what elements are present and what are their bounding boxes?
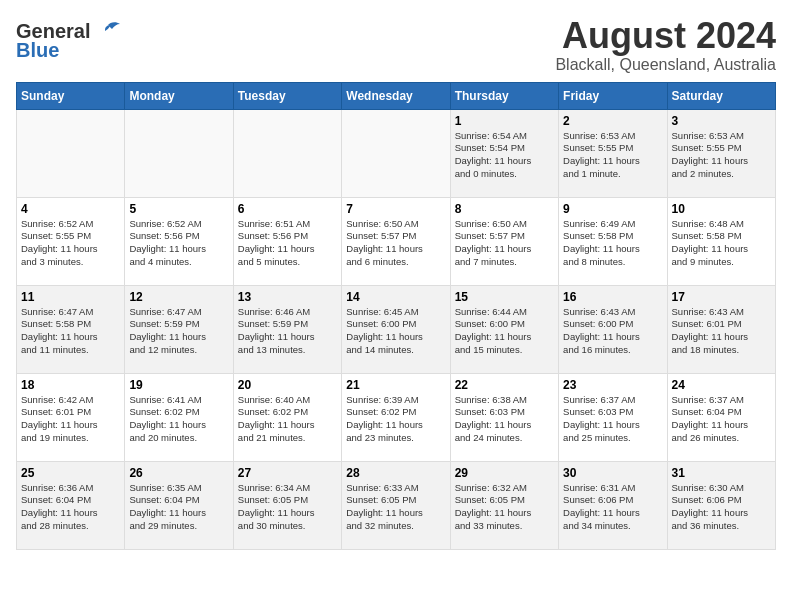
calendar-cell: 5Sunrise: 6:52 AM Sunset: 5:56 PM Daylig… (125, 197, 233, 285)
calendar-week-1: 1Sunrise: 6:54 AM Sunset: 5:54 PM Daylig… (17, 109, 776, 197)
day-info: Sunrise: 6:48 AM Sunset: 5:58 PM Dayligh… (672, 218, 771, 269)
day-number: 2 (563, 114, 662, 128)
day-info: Sunrise: 6:49 AM Sunset: 5:58 PM Dayligh… (563, 218, 662, 269)
header-row: Sunday Monday Tuesday Wednesday Thursday… (17, 82, 776, 109)
day-info: Sunrise: 6:42 AM Sunset: 6:01 PM Dayligh… (21, 394, 120, 445)
day-number: 30 (563, 466, 662, 480)
day-number: 29 (455, 466, 554, 480)
day-number: 12 (129, 290, 228, 304)
subtitle: Blackall, Queensland, Australia (555, 56, 776, 74)
day-number: 22 (455, 378, 554, 392)
calendar-cell: 15Sunrise: 6:44 AM Sunset: 6:00 PM Dayli… (450, 285, 558, 373)
day-info: Sunrise: 6:35 AM Sunset: 6:04 PM Dayligh… (129, 482, 228, 533)
day-info: Sunrise: 6:36 AM Sunset: 6:04 PM Dayligh… (21, 482, 120, 533)
day-info: Sunrise: 6:38 AM Sunset: 6:03 PM Dayligh… (455, 394, 554, 445)
calendar-cell: 4Sunrise: 6:52 AM Sunset: 5:55 PM Daylig… (17, 197, 125, 285)
calendar-cell (125, 109, 233, 197)
calendar-cell: 20Sunrise: 6:40 AM Sunset: 6:02 PM Dayli… (233, 373, 341, 461)
logo: General Blue (16, 20, 122, 62)
calendar-cell: 6Sunrise: 6:51 AM Sunset: 5:56 PM Daylig… (233, 197, 341, 285)
day-number: 20 (238, 378, 337, 392)
logo-blue: Blue (16, 39, 59, 62)
col-thursday: Thursday (450, 82, 558, 109)
calendar-cell: 8Sunrise: 6:50 AM Sunset: 5:57 PM Daylig… (450, 197, 558, 285)
day-info: Sunrise: 6:31 AM Sunset: 6:06 PM Dayligh… (563, 482, 662, 533)
calendar-cell: 3Sunrise: 6:53 AM Sunset: 5:55 PM Daylig… (667, 109, 775, 197)
page-container: General Blue August 2024 Blackall, Queen… (16, 16, 776, 550)
day-number: 23 (563, 378, 662, 392)
day-info: Sunrise: 6:53 AM Sunset: 5:55 PM Dayligh… (563, 130, 662, 181)
calendar-cell: 9Sunrise: 6:49 AM Sunset: 5:58 PM Daylig… (559, 197, 667, 285)
col-saturday: Saturday (667, 82, 775, 109)
col-monday: Monday (125, 82, 233, 109)
calendar-cell: 13Sunrise: 6:46 AM Sunset: 5:59 PM Dayli… (233, 285, 341, 373)
calendar-cell: 7Sunrise: 6:50 AM Sunset: 5:57 PM Daylig… (342, 197, 450, 285)
day-number: 7 (346, 202, 445, 216)
calendar-cell: 1Sunrise: 6:54 AM Sunset: 5:54 PM Daylig… (450, 109, 558, 197)
main-title: August 2024 (555, 16, 776, 56)
calendar-cell: 26Sunrise: 6:35 AM Sunset: 6:04 PM Dayli… (125, 461, 233, 549)
day-info: Sunrise: 6:53 AM Sunset: 5:55 PM Dayligh… (672, 130, 771, 181)
day-number: 13 (238, 290, 337, 304)
day-number: 11 (21, 290, 120, 304)
day-number: 21 (346, 378, 445, 392)
calendar-cell: 19Sunrise: 6:41 AM Sunset: 6:02 PM Dayli… (125, 373, 233, 461)
calendar-cell: 10Sunrise: 6:48 AM Sunset: 5:58 PM Dayli… (667, 197, 775, 285)
calendar-week-5: 25Sunrise: 6:36 AM Sunset: 6:04 PM Dayli… (17, 461, 776, 549)
calendar-cell: 2Sunrise: 6:53 AM Sunset: 5:55 PM Daylig… (559, 109, 667, 197)
calendar-cell: 27Sunrise: 6:34 AM Sunset: 6:05 PM Dayli… (233, 461, 341, 549)
day-number: 31 (672, 466, 771, 480)
calendar-cell: 28Sunrise: 6:33 AM Sunset: 6:05 PM Dayli… (342, 461, 450, 549)
day-number: 16 (563, 290, 662, 304)
calendar-cell: 16Sunrise: 6:43 AM Sunset: 6:00 PM Dayli… (559, 285, 667, 373)
day-info: Sunrise: 6:34 AM Sunset: 6:05 PM Dayligh… (238, 482, 337, 533)
day-number: 27 (238, 466, 337, 480)
day-info: Sunrise: 6:47 AM Sunset: 5:59 PM Dayligh… (129, 306, 228, 357)
calendar-cell (342, 109, 450, 197)
day-number: 17 (672, 290, 771, 304)
day-number: 4 (21, 202, 120, 216)
day-info: Sunrise: 6:50 AM Sunset: 5:57 PM Dayligh… (455, 218, 554, 269)
calendar-cell: 23Sunrise: 6:37 AM Sunset: 6:03 PM Dayli… (559, 373, 667, 461)
col-tuesday: Tuesday (233, 82, 341, 109)
day-info: Sunrise: 6:45 AM Sunset: 6:00 PM Dayligh… (346, 306, 445, 357)
calendar-cell: 25Sunrise: 6:36 AM Sunset: 6:04 PM Dayli… (17, 461, 125, 549)
day-info: Sunrise: 6:54 AM Sunset: 5:54 PM Dayligh… (455, 130, 554, 181)
calendar-cell: 12Sunrise: 6:47 AM Sunset: 5:59 PM Dayli… (125, 285, 233, 373)
header: General Blue August 2024 Blackall, Queen… (16, 16, 776, 74)
calendar-cell: 22Sunrise: 6:38 AM Sunset: 6:03 PM Dayli… (450, 373, 558, 461)
day-info: Sunrise: 6:44 AM Sunset: 6:00 PM Dayligh… (455, 306, 554, 357)
col-friday: Friday (559, 82, 667, 109)
day-info: Sunrise: 6:52 AM Sunset: 5:55 PM Dayligh… (21, 218, 120, 269)
day-info: Sunrise: 6:33 AM Sunset: 6:05 PM Dayligh… (346, 482, 445, 533)
day-number: 26 (129, 466, 228, 480)
day-number: 25 (21, 466, 120, 480)
calendar-cell: 31Sunrise: 6:30 AM Sunset: 6:06 PM Dayli… (667, 461, 775, 549)
day-number: 24 (672, 378, 771, 392)
day-number: 19 (129, 378, 228, 392)
calendar-week-3: 11Sunrise: 6:47 AM Sunset: 5:58 PM Dayli… (17, 285, 776, 373)
day-info: Sunrise: 6:50 AM Sunset: 5:57 PM Dayligh… (346, 218, 445, 269)
day-info: Sunrise: 6:51 AM Sunset: 5:56 PM Dayligh… (238, 218, 337, 269)
day-number: 18 (21, 378, 120, 392)
day-info: Sunrise: 6:43 AM Sunset: 6:01 PM Dayligh… (672, 306, 771, 357)
calendar-cell: 24Sunrise: 6:37 AM Sunset: 6:04 PM Dayli… (667, 373, 775, 461)
calendar-table: Sunday Monday Tuesday Wednesday Thursday… (16, 82, 776, 550)
col-sunday: Sunday (17, 82, 125, 109)
day-info: Sunrise: 6:39 AM Sunset: 6:02 PM Dayligh… (346, 394, 445, 445)
calendar-week-2: 4Sunrise: 6:52 AM Sunset: 5:55 PM Daylig… (17, 197, 776, 285)
day-info: Sunrise: 6:30 AM Sunset: 6:06 PM Dayligh… (672, 482, 771, 533)
day-info: Sunrise: 6:37 AM Sunset: 6:04 PM Dayligh… (672, 394, 771, 445)
day-info: Sunrise: 6:37 AM Sunset: 6:03 PM Dayligh… (563, 394, 662, 445)
day-number: 3 (672, 114, 771, 128)
day-info: Sunrise: 6:41 AM Sunset: 6:02 PM Dayligh… (129, 394, 228, 445)
calendar-cell: 18Sunrise: 6:42 AM Sunset: 6:01 PM Dayli… (17, 373, 125, 461)
calendar-cell: 21Sunrise: 6:39 AM Sunset: 6:02 PM Dayli… (342, 373, 450, 461)
calendar-cell (17, 109, 125, 197)
day-number: 8 (455, 202, 554, 216)
day-info: Sunrise: 6:46 AM Sunset: 5:59 PM Dayligh… (238, 306, 337, 357)
col-wednesday: Wednesday (342, 82, 450, 109)
calendar-week-4: 18Sunrise: 6:42 AM Sunset: 6:01 PM Dayli… (17, 373, 776, 461)
calendar-cell: 17Sunrise: 6:43 AM Sunset: 6:01 PM Dayli… (667, 285, 775, 373)
calendar-cell: 11Sunrise: 6:47 AM Sunset: 5:58 PM Dayli… (17, 285, 125, 373)
